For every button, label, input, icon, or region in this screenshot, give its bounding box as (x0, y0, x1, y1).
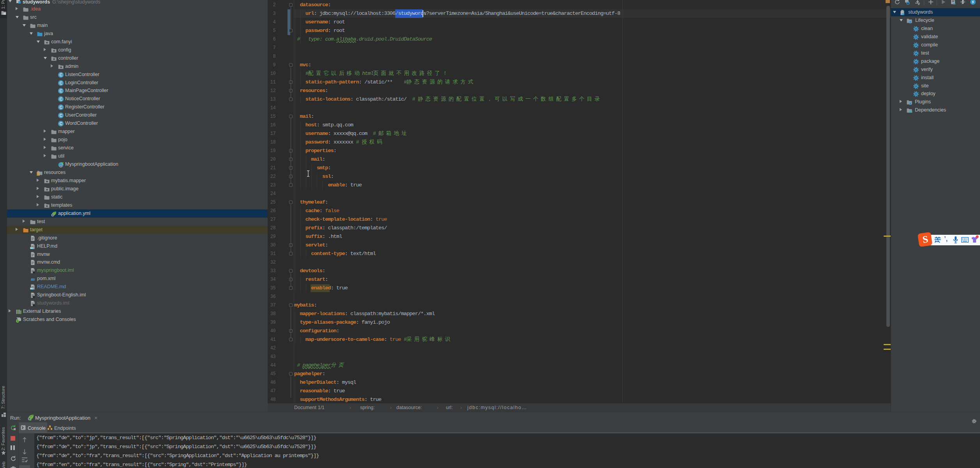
svg-text:C: C (59, 97, 62, 101)
svg-text:C: C (59, 81, 62, 85)
svg-text:C: C (59, 73, 62, 77)
svg-text:m: m (31, 276, 35, 282)
svg-text:C: C (59, 89, 62, 93)
svg-text:m: m (953, 2, 955, 5)
svg-text:C: C (59, 105, 62, 109)
svg-text:MD: MD (30, 246, 34, 249)
svg-text:C: C (59, 113, 62, 117)
svg-text:m: m (902, 11, 905, 16)
svg-text:C: C (59, 121, 62, 126)
svg-text:MD: MD (30, 287, 34, 289)
